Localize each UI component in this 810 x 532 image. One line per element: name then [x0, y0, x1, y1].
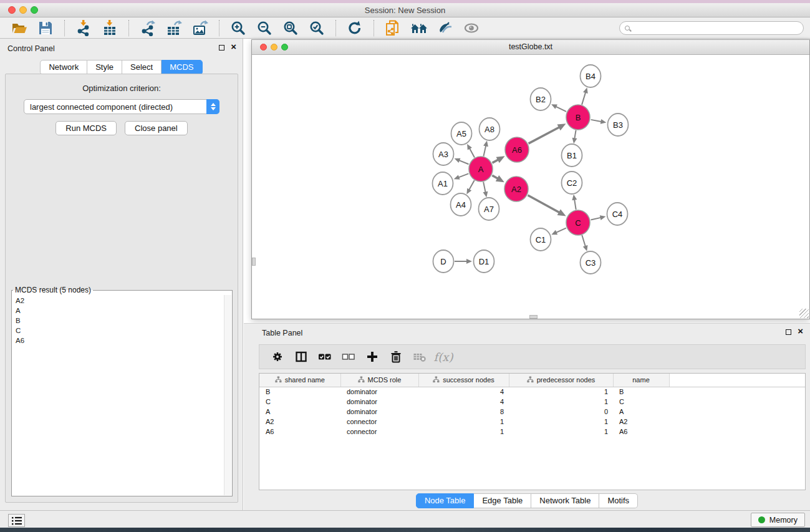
graph-edge[interactable] — [483, 182, 486, 193]
graph-edge[interactable] — [574, 199, 576, 210]
graph-edge[interactable] — [591, 218, 601, 220]
zoom-fit-button[interactable] — [281, 19, 301, 37]
tab-select[interactable]: Select — [122, 60, 162, 75]
resize-grip-icon[interactable] — [799, 309, 809, 318]
refresh-button[interactable] — [345, 19, 365, 37]
graph-edge[interactable] — [556, 228, 566, 233]
float-panel-icon[interactable] — [786, 329, 791, 335]
tab-network[interactable]: Network — [40, 60, 87, 75]
result-item[interactable]: A6 — [12, 336, 224, 346]
graph-edge[interactable] — [529, 127, 560, 143]
column-header-mcds-role[interactable]: MCDS role — [340, 374, 418, 387]
graph-edge[interactable] — [458, 173, 468, 177]
table-header-row: shared name MCDS role successor nodes pr… — [259, 374, 805, 387]
select-all-icon — [318, 351, 332, 363]
column-header-shared-name[interactable]: shared name — [259, 374, 340, 387]
close-panel-button[interactable]: Close panel — [125, 121, 188, 135]
graph-edge[interactable] — [591, 120, 602, 122]
zoom-out-button[interactable] — [254, 19, 274, 37]
main-toolbar — [0, 17, 810, 39]
table-row[interactable]: A2connector11A2 — [259, 417, 805, 427]
column-type-icon — [433, 376, 440, 383]
show-graphics-details-button[interactable] — [435, 19, 455, 37]
add-button[interactable] — [360, 346, 384, 367]
column-header-successor-nodes[interactable]: successor nodes — [418, 374, 509, 387]
table-row[interactable]: Bdominator41B — [259, 387, 805, 397]
tab-network-table[interactable]: Network Table — [531, 493, 599, 508]
search-field[interactable] — [619, 21, 804, 35]
toggle-visibility-button[interactable] — [461, 19, 481, 37]
zoom-in-button[interactable] — [228, 19, 248, 37]
gear-icon — [271, 351, 284, 363]
optimization-criterion-select[interactable]: largest connected component (directed) — [24, 99, 219, 114]
export-image-button[interactable] — [190, 19, 210, 37]
delete-button[interactable] — [384, 346, 408, 367]
export-table-button[interactable] — [164, 19, 184, 37]
deselect-all-button[interactable] — [337, 346, 360, 367]
open-file-button[interactable] — [9, 19, 29, 37]
graph-edge[interactable] — [528, 195, 560, 213]
work-area: testGlobe.txt B4B2BB3A8A5A6A3B1AC2A1A2A4… — [244, 39, 810, 510]
table-row[interactable]: Adominator80A — [259, 407, 805, 417]
select-all-button[interactable] — [313, 346, 337, 367]
graph-edge[interactable] — [582, 92, 586, 105]
memory-status-icon — [758, 516, 765, 523]
graph-edge-arrowhead-icon — [466, 259, 472, 264]
graph-node-label: C1 — [536, 235, 546, 244]
float-panel-icon[interactable] — [219, 45, 224, 51]
function-builder-button[interactable]: f(x) — [432, 346, 455, 367]
zoom-selected-button[interactable] — [307, 19, 327, 37]
export-network-button[interactable] — [138, 19, 158, 37]
table-row[interactable]: A6connector11A6 — [259, 427, 805, 437]
column-header-predecessor-nodes[interactable]: predecessor nodes — [509, 374, 613, 387]
table-row[interactable]: Cdominator41C — [259, 397, 805, 407]
graph-node-label: A2 — [511, 185, 521, 194]
result-scrollbar[interactable] — [224, 295, 231, 495]
new-network-from-selection-icon — [385, 20, 401, 36]
graph-edge[interactable] — [469, 180, 475, 190]
delete-table-icon — [413, 351, 427, 363]
vertical-scrollbar-thumb[interactable] — [252, 258, 256, 266]
result-item[interactable]: B — [12, 316, 224, 326]
new-network-from-selection-button[interactable] — [383, 19, 403, 37]
network-window-titlebar[interactable]: testGlobe.txt — [252, 40, 809, 55]
close-panel-icon[interactable]: × — [231, 44, 236, 50]
task-history-button[interactable] — [8, 514, 25, 527]
graph-edge[interactable] — [582, 235, 586, 247]
run-mcds-button[interactable]: Run MCDS — [55, 121, 117, 135]
tab-mcds[interactable]: MCDS — [162, 60, 202, 75]
result-item[interactable]: C — [12, 326, 224, 336]
horizontal-scrollbar-thumb[interactable] — [529, 315, 538, 319]
graph-edge[interactable] — [458, 160, 468, 165]
graph-node-label: C3 — [586, 258, 596, 268]
graph-edge[interactable] — [555, 106, 566, 112]
column-header-name[interactable]: name — [613, 374, 669, 387]
delete-table-button[interactable] — [408, 346, 432, 367]
tab-edge-table[interactable]: Edge Table — [474, 493, 531, 508]
first-neighbors-houses-icon — [410, 21, 428, 36]
tab-style[interactable]: Style — [87, 60, 122, 75]
result-item[interactable]: A — [12, 306, 224, 316]
show-columns-button[interactable] — [289, 346, 313, 367]
first-neighbors-button[interactable] — [409, 19, 429, 37]
graph-edge-arrowhead-icon — [483, 191, 488, 198]
column-settings-button[interactable] — [266, 346, 289, 367]
import-network-button[interactable] — [74, 19, 94, 37]
graph-node-label: A — [478, 165, 484, 174]
close-panel-icon[interactable]: × — [798, 328, 803, 334]
app-titlebar: Session: New Session — [0, 3, 810, 17]
graph-edge[interactable] — [574, 130, 576, 140]
search-input[interactable] — [634, 24, 798, 32]
graph-edge[interactable] — [483, 145, 486, 156]
export-table-icon — [166, 20, 182, 36]
tab-node-table[interactable]: Node Table — [416, 493, 475, 508]
toolbar-separator — [64, 20, 65, 36]
tab-motifs[interactable]: Motifs — [599, 493, 638, 508]
graph-edge[interactable] — [469, 148, 475, 158]
save-session-button[interactable] — [36, 19, 55, 37]
import-table-button[interactable] — [100, 19, 120, 37]
result-item[interactable]: A2 — [12, 296, 224, 306]
graph-edge-arrowhead-icon — [572, 195, 577, 201]
memory-button[interactable]: Memory — [751, 513, 805, 527]
network-canvas[interactable]: B4B2BB3A8A5A6A3B1AC2A1A2A4A7C4CC1C3DD1 — [252, 56, 809, 319]
